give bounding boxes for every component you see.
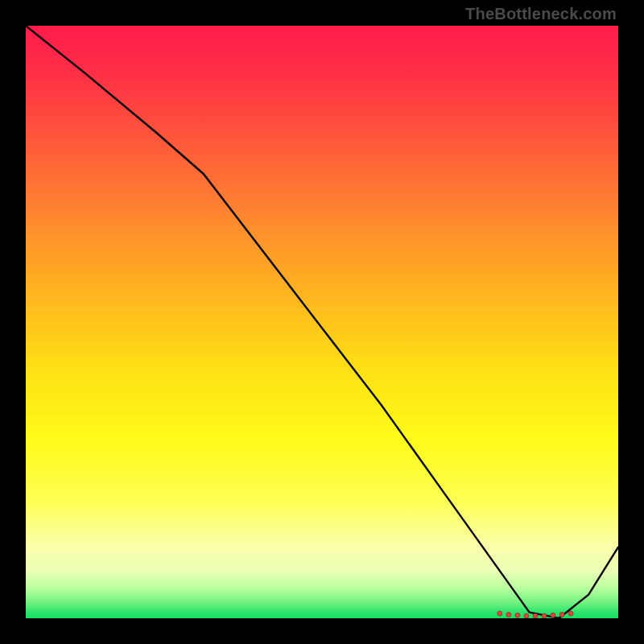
chart-frame: TheBottleneck.com [0,0,644,644]
marker-dot [551,613,555,617]
marker-dot [568,611,573,616]
bottleneck-curve [26,26,618,618]
marker-dot [542,613,547,618]
marker-dot [506,613,511,617]
marker-dot [524,613,529,618]
marker-dot [533,613,538,618]
marker-dot [559,613,564,617]
marker-dot [497,611,502,616]
plot-area [26,26,618,618]
bottom-marker-cluster [497,611,573,618]
marker-dot [515,613,520,617]
attribution-text: TheBottleneck.com [465,5,617,23]
chart-svg [26,26,618,618]
